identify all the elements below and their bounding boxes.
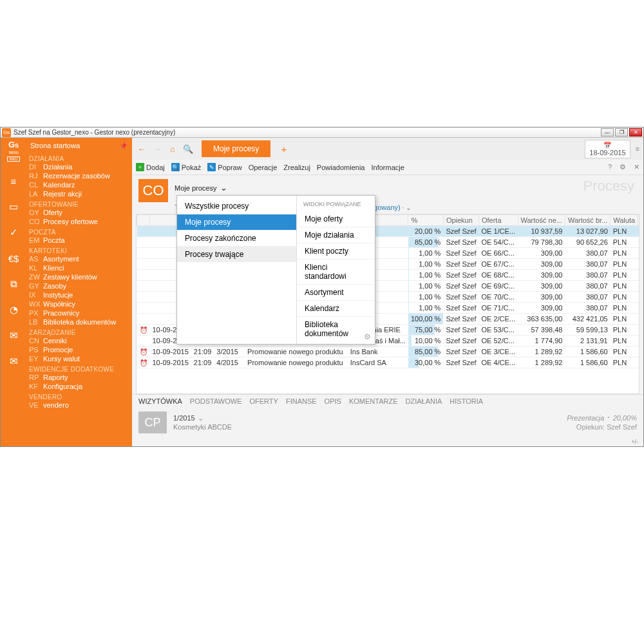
toolbar: +Dodaj 🔍Pokaż ✎Popraw Operacje Zrealizuj… xyxy=(132,160,643,175)
sidebar-item[interactable]: RJRezerwacje zasobów xyxy=(29,171,128,180)
dropdown-related-item[interactable]: Moje działania xyxy=(297,227,375,243)
detail-status: Prezentacja · 20,00% xyxy=(567,412,637,423)
mail-sent-icon[interactable]: ✉ xyxy=(6,328,21,343)
add-button[interactable]: +Dodaj xyxy=(136,163,165,171)
sidebar-item[interactable]: WXWspółnicy xyxy=(29,299,128,308)
menu-icon[interactable]: ≡ xyxy=(6,174,21,188)
currency-icon[interactable]: €$ xyxy=(6,251,21,265)
view-title[interactable]: Moje procesy ⌄ xyxy=(175,179,227,194)
sidebar-item[interactable]: PSPromocje xyxy=(29,345,128,354)
column-header[interactable]: Opiekun xyxy=(443,215,478,226)
column-header[interactable]: Oferta xyxy=(478,215,518,226)
detail-number[interactable]: 1/2015 ⌄ xyxy=(173,412,560,423)
nav-fwd-icon[interactable]: → xyxy=(151,144,163,154)
maximize-button[interactable]: ❐ xyxy=(615,128,628,137)
sidebar-section-header: OFERTOWANIE xyxy=(29,201,128,208)
sidebar-item[interactable]: EYKursy walut xyxy=(29,354,128,363)
tab-add-button[interactable]: + xyxy=(274,144,293,155)
dropdown-related-item[interactable]: Klienci standardowi xyxy=(297,259,375,284)
dropdown-related-item[interactable]: Moje oferty xyxy=(297,211,375,227)
info-button[interactable]: Informacje xyxy=(371,164,404,171)
detail-tab[interactable]: PODSTAWOWE xyxy=(190,397,242,405)
sidebar-item[interactable]: CLKalendarz xyxy=(29,180,128,189)
dropdown-related-item[interactable]: Asortyment xyxy=(297,284,375,300)
detail-tab[interactable]: DZIAŁANIA xyxy=(405,397,442,405)
show-button[interactable]: 🔍Pokaż xyxy=(171,163,202,171)
card-icon[interactable]: ▭ xyxy=(6,200,21,214)
sidebar-section-header: POCZTA xyxy=(29,229,128,236)
dropdown-item[interactable]: Wszystkie procesy xyxy=(177,198,296,214)
tab-active[interactable]: Moje procesy xyxy=(202,140,270,157)
close-button[interactable]: ✕ xyxy=(629,128,642,137)
sidebar-section-header: KARTOTEKI xyxy=(29,247,128,254)
notif-button[interactable]: Powiadomienia xyxy=(317,164,365,171)
dropdown-related-item[interactable]: Klient poczty xyxy=(297,243,375,259)
app-icon: Gs xyxy=(2,128,11,137)
sidebar-item[interactable]: CNCenniki xyxy=(29,336,128,345)
column-header[interactable] xyxy=(137,215,150,226)
detail-tab[interactable]: HISTORIA xyxy=(450,397,483,405)
sidebar-item[interactable]: OYOferty xyxy=(29,208,128,217)
sidebar-item[interactable]: EMPoczta xyxy=(29,236,128,245)
sidebar-item[interactable]: ASAsortyment xyxy=(29,254,128,263)
dropdown-gear-icon[interactable]: ⚙ xyxy=(364,332,371,341)
sidebar-item[interactable]: LBBiblioteka dokumentów xyxy=(29,317,128,327)
fix-button[interactable]: ✎Popraw xyxy=(207,163,242,171)
detail-tab[interactable]: WIZYTÓWKA xyxy=(138,397,182,405)
sidebar-item[interactable]: PXPracownicy xyxy=(29,308,128,317)
sidebar-item[interactable]: VEvendero xyxy=(29,401,128,410)
sidebar-item[interactable]: KLKlienci xyxy=(29,263,128,272)
column-header[interactable]: Wartość br... xyxy=(565,215,610,226)
column-header[interactable]: Flaga xyxy=(638,215,639,226)
calendar-icon[interactable]: ⧉ xyxy=(6,277,21,291)
dropdown-item[interactable]: Procesy zakończone xyxy=(177,230,296,246)
sidebar-item[interactable]: DIDziałania xyxy=(29,162,128,171)
dropdown-related-item[interactable]: Biblioteka dokumentów xyxy=(297,316,375,341)
mail-icon[interactable]: ✉ xyxy=(6,354,21,368)
close-view-icon[interactable]: ✕ xyxy=(634,163,639,171)
check-icon[interactable]: ✓ xyxy=(6,225,21,240)
table-row[interactable]: ⏰10-09-201521:093/2015Promowanie nowego … xyxy=(137,346,640,357)
detail-tab[interactable]: OPIS xyxy=(325,397,341,405)
column-header[interactable]: Wartość ne... xyxy=(518,215,565,226)
detail-tab[interactable]: FINANSE xyxy=(286,397,317,405)
sidebar-section-header: DZIAŁANIA xyxy=(29,155,128,162)
table-row[interactable]: ⏰10-09-201521:094/2015Promowanie nowego … xyxy=(137,357,640,368)
sidebar-item[interactable]: ZWZestawy klientów xyxy=(29,272,128,281)
help-icon[interactable]: ? xyxy=(608,163,612,171)
minimize-button[interactable]: — xyxy=(601,128,614,137)
detail-tab[interactable]: OFERTY xyxy=(250,397,278,405)
detail-tab[interactable]: KOMENTARZE xyxy=(349,397,398,405)
sidebar-item[interactable]: RPRaporty xyxy=(29,373,128,382)
sidebar-item[interactable]: GYZasoby xyxy=(29,281,128,290)
chevron-down-icon: ⌄ xyxy=(198,414,204,422)
realize-button[interactable]: Zrealizuj xyxy=(283,164,310,171)
product-logo: GSnexoPRO xyxy=(7,140,19,162)
sidebar-section-header: VENDERO xyxy=(29,393,128,401)
timer-icon[interactable]: ◔ xyxy=(6,303,21,317)
sidebar: Strona startowa📌 DZIAŁANIADIDziałaniaRJR… xyxy=(26,138,132,446)
detail-subtitle: Kosmetyki ABCDE xyxy=(173,423,560,431)
sidebar-item[interactable]: KFKonfiguracja xyxy=(29,382,128,391)
sidebar-item[interactable]: COProcesy ofertowe xyxy=(29,217,128,226)
sidebar-item[interactable]: LARejestr akcji xyxy=(29,189,128,198)
nav-home-icon[interactable]: ⌂ xyxy=(167,144,178,154)
sidebar-start[interactable]: Strona startowa📌 xyxy=(29,140,128,153)
menu-button[interactable]: ≡ xyxy=(636,145,639,153)
pin-icon[interactable]: 📌 xyxy=(119,142,128,150)
ops-button[interactable]: Operacje xyxy=(249,164,278,171)
nav-back-icon[interactable]: ← xyxy=(136,144,147,154)
gear-icon[interactable]: ⚙ xyxy=(620,163,626,171)
column-header[interactable]: % xyxy=(408,215,443,226)
dropdown-related-item[interactable]: Kalendarz xyxy=(297,300,375,316)
column-header[interactable]: Waluta xyxy=(611,215,638,226)
dropdown-item[interactable]: Procesy trwające xyxy=(177,246,296,262)
date-picker[interactable]: 📅18-09-2015 xyxy=(585,140,630,158)
dropdown-item[interactable]: Moje procesy xyxy=(177,214,296,230)
view-ghost-label: Procesy xyxy=(583,178,634,194)
footer-toggle[interactable]: +/- xyxy=(132,437,643,446)
sidebar-item[interactable]: IXInstytucje xyxy=(29,290,128,299)
sidebar-section-header: ZARZĄDZANIE xyxy=(29,329,128,336)
titlebar: Gs Szef Szef na Gestor_nexo - Gestor nex… xyxy=(1,128,643,138)
nav-search-icon[interactable]: 🔍 xyxy=(182,144,194,154)
